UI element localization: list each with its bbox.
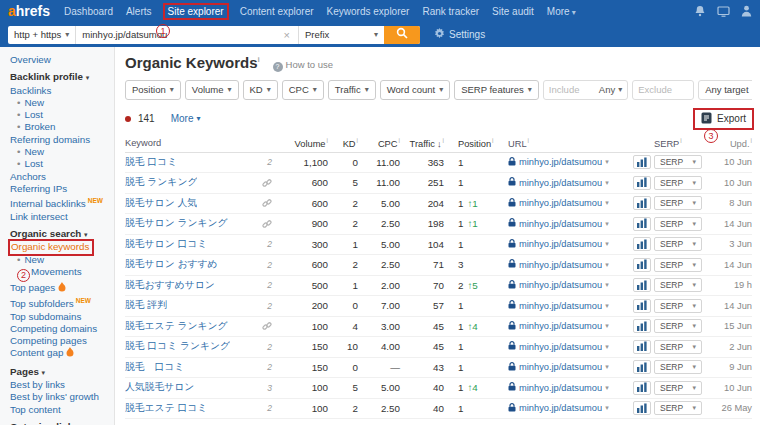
filter-cpc-button[interactable]: CPC▾ <box>282 80 324 100</box>
serp-dropdown-button[interactable]: SERP▾ <box>654 196 702 210</box>
serp-dropdown-button[interactable]: SERP▾ <box>654 319 702 333</box>
sidebar-item-lost[interactable]: Lost <box>24 158 43 169</box>
serp-dropdown-button[interactable]: SERP▾ <box>654 176 702 190</box>
url-link[interactable]: minhyo.jp/datsumou <box>519 178 602 188</box>
filter-position-button[interactable]: Position▾ <box>125 80 181 100</box>
sidebar-item-top-content[interactable]: Top content <box>10 404 61 415</box>
sidebar-item-top-subdomains[interactable]: Top subdomains <box>10 311 81 322</box>
position-history-chart-button[interactable] <box>633 278 651 292</box>
sidebar-section-pages[interactable]: Pages ▾ <box>10 366 114 379</box>
url-link[interactable]: minhyo.jp/datsumou <box>519 383 602 393</box>
position-history-chart-button[interactable] <box>633 217 651 231</box>
url-link[interactable]: minhyo.jp/datsumou <box>519 403 602 413</box>
sidebar-item-top-pages[interactable]: Top pages <box>10 282 55 293</box>
sidebar-item-new[interactable]: New <box>24 146 44 157</box>
url-link[interactable]: minhyo.jp/datsumou <box>519 362 602 372</box>
position-history-chart-button[interactable] <box>633 360 651 374</box>
sidebar-section-outgoing-links[interactable]: Outgoing links ▾ <box>10 421 114 425</box>
position-history-chart-button[interactable] <box>633 401 651 415</box>
include-any-select[interactable]: Any▾ <box>599 84 622 95</box>
keyword-link[interactable]: 脱毛サロン 口コミ <box>125 238 207 251</box>
serp-dropdown-button[interactable]: SERP▾ <box>654 237 702 251</box>
nav-item-rank-tracker[interactable]: Rank tracker <box>422 6 479 17</box>
url-link[interactable]: minhyo.jp/datsumou <box>519 219 602 229</box>
sidebar-item-new[interactable]: New <box>24 97 44 108</box>
col-header-volume[interactable]: Volumei <box>282 137 328 149</box>
keyword-link[interactable]: 人気脱毛サロン <box>125 381 194 394</box>
apps-icon[interactable] <box>717 6 730 17</box>
url-link[interactable]: minhyo.jp/datsumou <box>519 280 602 290</box>
nav-item-dashboard[interactable]: Dashboard <box>64 6 113 17</box>
sidebar-item-best-by-links-growth[interactable]: Best by links' growth <box>10 391 99 402</box>
serp-dropdown-button[interactable]: SERP▾ <box>654 258 702 272</box>
target-url-input[interactable] <box>82 29 281 40</box>
sidebar-item-best-by-links[interactable]: Best by links <box>10 379 65 390</box>
sidebar-item-broken[interactable]: Broken <box>24 121 55 132</box>
nav-item-alerts[interactable]: Alerts <box>126 6 152 17</box>
col-header-traffic[interactable]: Traffic↓i <box>400 137 444 149</box>
col-header-upd[interactable]: Upd.i <box>708 137 752 149</box>
url-link[interactable]: minhyo.jp/datsumou <box>519 260 602 270</box>
keyword-link[interactable]: 脱毛エステ 口コミ <box>125 402 207 415</box>
position-history-chart-button[interactable] <box>633 299 651 313</box>
sidebar-item-competing-domains[interactable]: Competing domains <box>10 323 97 334</box>
col-header-url[interactable]: URLi <box>502 137 654 149</box>
url-link[interactable]: minhyo.jp/datsumou <box>519 342 602 352</box>
how-to-use-link[interactable]: ?How to use <box>273 59 334 70</box>
position-history-chart-button[interactable] <box>633 319 651 333</box>
keyword-link[interactable]: 脱毛 評判 <box>125 299 167 312</box>
any-target-select[interactable]: Any target▾ <box>698 80 752 100</box>
serp-dropdown-button[interactable]: SERP▾ <box>654 217 702 231</box>
serp-dropdown-button[interactable]: SERP▾ <box>654 340 702 354</box>
export-button[interactable]: Export <box>695 110 752 128</box>
sidebar-section-backlink-profile[interactable]: Backlink profile ▾ <box>10 71 114 84</box>
filter-word-count-button[interactable]: Word count▾ <box>380 80 450 100</box>
position-history-chart-button[interactable] <box>633 196 651 210</box>
exclude-input[interactable] <box>638 84 688 95</box>
nav-item-content-explorer[interactable]: Content explorer <box>240 6 314 17</box>
settings-button[interactable]: Settings <box>434 28 485 41</box>
sidebar-item-overview[interactable]: Overview <box>10 54 51 65</box>
filter-kd-button[interactable]: KD▾ <box>243 80 278 100</box>
keyword-link[interactable]: 脱毛サロン おすすめ <box>125 258 218 271</box>
col-header-serp[interactable]: SERPi <box>654 137 708 149</box>
position-history-chart-button[interactable] <box>633 258 651 272</box>
position-history-chart-button[interactable] <box>633 381 651 395</box>
close-icon[interactable]: × <box>282 29 292 41</box>
sidebar-item-lost[interactable]: Lost <box>24 109 43 120</box>
url-link[interactable]: minhyo.jp/datsumou <box>519 239 602 249</box>
nav-item-site-audit[interactable]: Site audit <box>492 6 534 17</box>
url-link[interactable]: minhyo.jp/datsumou <box>519 301 602 311</box>
sidebar-item-content-gap[interactable]: Content gap <box>10 347 63 358</box>
sidebar-item-internal-backlinks[interactable]: Internal backlinks <box>10 199 86 210</box>
search-button[interactable] <box>384 26 420 44</box>
nav-item-site-explorer[interactable]: Site explorer <box>165 5 227 18</box>
more-button[interactable]: More▾ <box>171 113 201 124</box>
sidebar-item-backlinks[interactable]: Backlinks <box>10 85 51 96</box>
position-history-chart-button[interactable] <box>633 340 651 354</box>
include-input[interactable] <box>549 84 599 95</box>
col-header-keyword[interactable]: Keyword <box>125 138 282 148</box>
sidebar-item-anchors[interactable]: Anchors <box>10 171 46 182</box>
url-link[interactable]: minhyo.jp/datsumou <box>519 321 602 331</box>
keyword-link[interactable]: 脱毛 ランキング <box>125 176 197 189</box>
sidebar-item-competing-pages[interactable]: Competing pages <box>10 335 87 346</box>
sidebar-item-referring-ips[interactable]: Referring IPs <box>10 183 67 194</box>
keyword-link[interactable]: 脱毛サロン ランキング <box>125 217 228 230</box>
filter-volume-button[interactable]: Volume▾ <box>185 80 239 100</box>
keyword-link[interactable]: 脱毛おすすめサロン <box>125 279 215 292</box>
keyword-link[interactable]: 脱毛 口コミ <box>125 361 184 374</box>
keyword-link[interactable]: 脱毛 口コミ <box>125 156 177 169</box>
filter-serp-features-button[interactable]: SERP features▾ <box>454 80 539 100</box>
serp-dropdown-button[interactable]: SERP▾ <box>654 155 702 169</box>
serp-dropdown-button[interactable]: SERP▾ <box>654 278 702 292</box>
sidebar-item-top-subfolders[interactable]: Top subfolders <box>10 298 74 309</box>
col-header-kd[interactable]: KDi <box>328 137 358 149</box>
sidebar-item-new[interactable]: New <box>24 254 44 265</box>
position-history-chart-button[interactable] <box>633 176 651 190</box>
serp-dropdown-button[interactable]: SERP▾ <box>654 299 702 313</box>
position-history-chart-button[interactable] <box>633 237 651 251</box>
url-link[interactable]: minhyo.jp/datsumou <box>519 198 602 208</box>
nav-item-keywords-explorer[interactable]: Keywords explorer <box>327 6 410 17</box>
url-link[interactable]: minhyo.jp/datsumou <box>519 157 602 167</box>
